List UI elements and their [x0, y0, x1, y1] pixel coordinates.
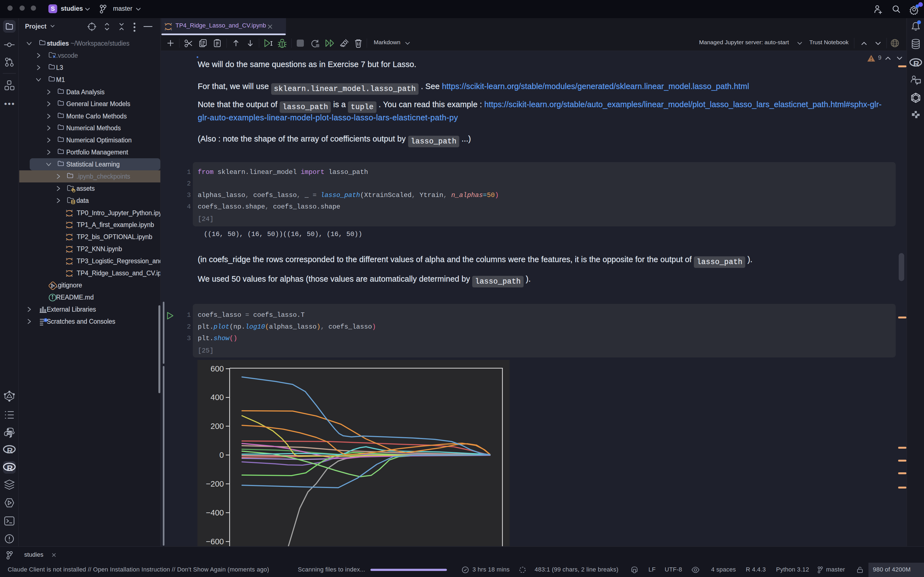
svg-text:R: R	[7, 464, 13, 472]
svg-text:R: R	[7, 446, 13, 455]
svg-text:600: 600	[211, 364, 224, 373]
svg-text:200: 200	[211, 422, 224, 430]
svg-text:−200: −200	[206, 479, 224, 488]
svg-text:R: R	[913, 59, 919, 68]
svg-text:400: 400	[211, 393, 224, 402]
svg-text:−600: −600	[206, 537, 224, 546]
svg-text:−400: −400	[206, 508, 224, 517]
svg-text:0: 0	[220, 451, 224, 459]
